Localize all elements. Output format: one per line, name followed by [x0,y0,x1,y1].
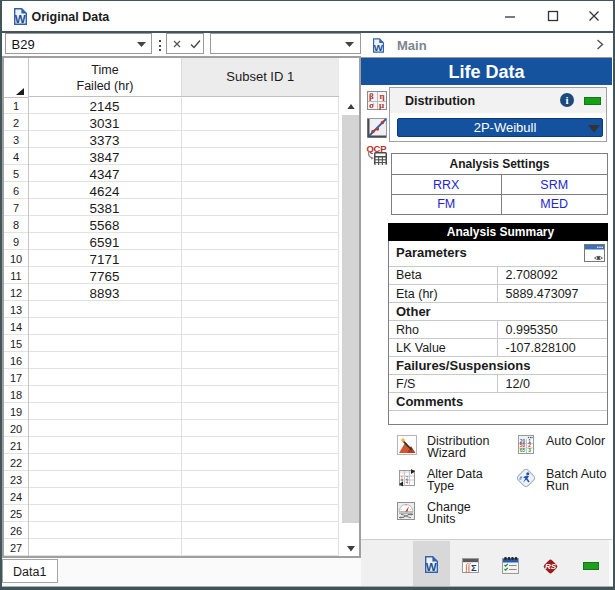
svg-text:W: W [426,561,437,573]
svg-text:Σ: Σ [471,562,477,573]
svg-text:RS: RS [545,562,557,571]
svg-text:W: W [15,13,26,25]
svg-text:3: 3 [528,448,531,453]
svg-text:65: 65 [520,448,526,453]
svg-text:W: W [374,42,384,53]
